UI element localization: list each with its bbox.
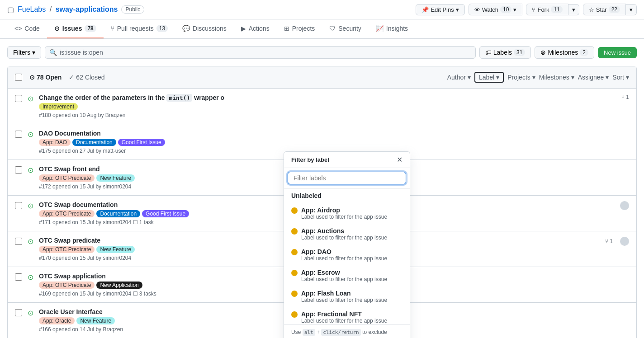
repo-icon: ▢ bbox=[7, 5, 14, 14]
closed-count: 62 bbox=[76, 74, 83, 81]
dropdown-item[interactable]: App: Auctions Label used to filter for t… bbox=[284, 224, 410, 244]
issue-checkbox[interactable] bbox=[15, 309, 22, 316]
label-documentation[interactable]: Documentation bbox=[96, 210, 140, 217]
tab-security[interactable]: 🛡 Security bbox=[322, 19, 369, 38]
issue-title[interactable]: OTC Swap predicate bbox=[39, 237, 100, 244]
star-split-button[interactable]: ▾ bbox=[626, 4, 637, 15]
label-new-feature[interactable]: New Feature bbox=[96, 246, 135, 253]
issue-author[interactable]: simonr0204 bbox=[103, 291, 131, 297]
assignee-chevron: ▾ bbox=[606, 74, 609, 81]
dropdown-item-desc: Label used to filter for the app issue bbox=[301, 318, 402, 324]
closed-filter[interactable]: ✓ 62 Closed bbox=[69, 74, 104, 81]
label-app-otc[interactable]: App: OTC Predicate bbox=[39, 210, 95, 217]
label-app-oracle[interactable]: App: Oracle bbox=[39, 317, 75, 324]
pr-count: 13 bbox=[156, 25, 168, 32]
issue-checkbox[interactable] bbox=[15, 273, 22, 281]
label-icon: 🏷 bbox=[485, 49, 492, 56]
code-icon: <> bbox=[14, 25, 22, 32]
issue-title[interactable]: DAO Documentation bbox=[39, 130, 101, 137]
labels-button[interactable]: 🏷 Labels 31 bbox=[479, 46, 531, 59]
label-app-dao[interactable]: App: DAO bbox=[39, 139, 71, 146]
pr-link[interactable]: ⑂ 1 bbox=[605, 238, 613, 244]
issue-author[interactable]: simonr0204 bbox=[103, 219, 131, 225]
label-dropdown: Filter by label ✕ Unlabeled App: Airdrop… bbox=[284, 151, 410, 338]
repo-link[interactable]: sway-applications bbox=[56, 5, 118, 13]
issue-checkbox[interactable] bbox=[15, 131, 22, 138]
projects-filter[interactable]: Projects ▾ bbox=[507, 74, 535, 81]
label-app-otc[interactable]: App: OTC Predicate bbox=[39, 174, 95, 182]
sort-label: Sort bbox=[612, 74, 624, 81]
watch-count: 10 bbox=[500, 6, 511, 13]
dropdown-item[interactable]: App: Airdrop Label used to filter for th… bbox=[284, 203, 410, 224]
edit-pins-button[interactable]: 📌 Edit Pins ▾ bbox=[416, 4, 464, 15]
filter-bar: Filters ▾ 🔍 🏷 Labels 31 ⊗ Milestones 2 N… bbox=[7, 46, 637, 59]
issue-open-icon: ⊙ bbox=[28, 273, 33, 282]
label-new-application[interactable]: New Application bbox=[96, 282, 142, 289]
path-separator: / bbox=[50, 5, 52, 13]
insights-icon: 📈 bbox=[376, 25, 384, 32]
issue-author[interactable]: simonr0204 bbox=[103, 255, 131, 261]
issue-checkbox[interactable] bbox=[15, 238, 22, 245]
issues-header: ⊙ 78 Open ✓ 62 Closed Author ▾ Label ▾ bbox=[8, 66, 636, 89]
fork-button[interactable]: ⑂ Fork 11 bbox=[526, 4, 568, 15]
issue-checkbox[interactable] bbox=[15, 202, 22, 209]
dropdown-item-info: App: Airdrop Label used to filter for th… bbox=[301, 207, 402, 220]
label-new-feature[interactable]: New Feature bbox=[96, 174, 135, 182]
watch-button[interactable]: 👁 Watch 10 ▾ bbox=[469, 4, 523, 15]
dropdown-unlabeled-item[interactable]: Unlabeled bbox=[284, 188, 410, 203]
new-issue-button[interactable]: New issue bbox=[598, 47, 637, 58]
star-button[interactable]: ☆ Star 22 bbox=[583, 4, 626, 15]
label-improvement[interactable]: Improvement bbox=[39, 103, 78, 110]
sort-filter[interactable]: Sort ▾ bbox=[612, 74, 629, 81]
select-all-checkbox[interactable] bbox=[15, 74, 22, 81]
dropdown-search bbox=[284, 168, 410, 188]
pr-link[interactable]: ⑂ 1 bbox=[621, 94, 629, 100]
dropdown-close-button[interactable]: ✕ bbox=[397, 155, 402, 164]
label-filter-input[interactable] bbox=[288, 172, 406, 184]
filters-button[interactable]: Filters ▾ bbox=[7, 46, 41, 59]
dropdown-item-info: App: Auctions Label used to filter for t… bbox=[301, 227, 402, 241]
tab-code[interactable]: <> Code bbox=[7, 19, 47, 38]
fork-split-button[interactable]: ▾ bbox=[568, 4, 579, 15]
milestones-button[interactable]: ⊗ Milestones 2 bbox=[535, 46, 594, 59]
watch-label: Watch bbox=[482, 6, 498, 13]
issue-title[interactable]: Oracle User Interface bbox=[39, 308, 103, 315]
tab-actions[interactable]: ▶ Actions bbox=[234, 19, 277, 38]
issue-title[interactable]: OTC Swap front end bbox=[39, 165, 100, 173]
issue-title[interactable]: OTC Swap documentation bbox=[39, 201, 118, 208]
label-color-dot bbox=[291, 270, 298, 276]
dropdown-item[interactable]: App: Flash Loan Label used to filter for… bbox=[284, 286, 410, 307]
issue-author[interactable]: simonr0204 bbox=[103, 183, 131, 190]
org-link[interactable]: FueLabs bbox=[18, 5, 46, 13]
open-filter[interactable]: ⊙ 78 Open bbox=[29, 74, 62, 81]
label-good-first[interactable]: Good First Issue bbox=[142, 210, 189, 217]
issue-title[interactable]: OTC Swap application bbox=[39, 272, 106, 280]
label-filter[interactable]: Label ▾ bbox=[474, 72, 504, 83]
assignee-filter[interactable]: Assignee ▾ bbox=[578, 74, 609, 81]
dropdown-footer: Use alt + click/return to exclude labels… bbox=[284, 324, 410, 338]
dropdown-item[interactable]: App: Escrow Label used to filter for the… bbox=[284, 265, 410, 286]
dropdown-item[interactable]: App: DAO Label used to filter for the ap… bbox=[284, 244, 410, 265]
tab-discussions[interactable]: 💬 Discussions bbox=[175, 19, 234, 38]
issue-content: DAO Documentation App: DAO Documentation… bbox=[39, 130, 624, 154]
issue-author[interactable]: Braqzen bbox=[103, 326, 123, 333]
search-input[interactable] bbox=[45, 46, 476, 59]
issue-author[interactable]: Braqzen bbox=[105, 112, 126, 118]
issue-author[interactable]: matt-user bbox=[103, 148, 126, 154]
label-documentation[interactable]: Documentation bbox=[72, 139, 116, 146]
label-app-otc[interactable]: App: OTC Predicate bbox=[39, 282, 95, 289]
issue-checkbox[interactable] bbox=[15, 95, 22, 102]
milestones-filter[interactable]: Milestones ▾ bbox=[539, 74, 574, 81]
tab-pull-requests[interactable]: ⑂ Pull requests 13 bbox=[104, 19, 175, 38]
issue-title[interactable]: Change the order of the parameters in th… bbox=[39, 94, 224, 101]
issue-content: Change the order of the parameters in th… bbox=[39, 94, 616, 118]
tab-issues[interactable]: ⊙ Issues 78 bbox=[47, 19, 104, 38]
dropdown-item[interactable]: App: Fractional NFT Label used to filter… bbox=[284, 307, 410, 324]
tab-projects[interactable]: ⊞ Projects bbox=[277, 19, 322, 38]
label-new-feature[interactable]: New Feature bbox=[76, 317, 115, 324]
issue-checkbox[interactable] bbox=[15, 166, 22, 174]
label-app-otc[interactable]: App: OTC Predicate bbox=[39, 246, 95, 253]
author-filter[interactable]: Author ▾ bbox=[447, 74, 471, 81]
label-good-first[interactable]: Good First Issue bbox=[118, 139, 165, 146]
tab-insights[interactable]: 📈 Insights bbox=[369, 19, 415, 38]
